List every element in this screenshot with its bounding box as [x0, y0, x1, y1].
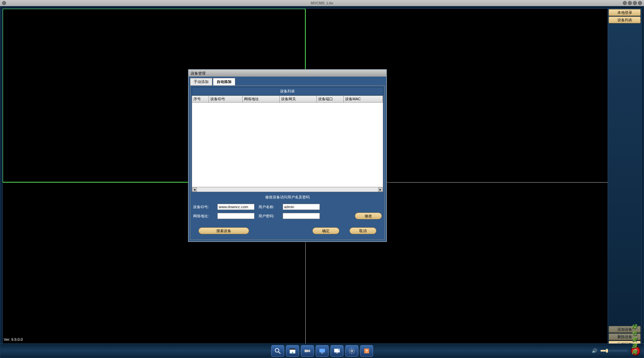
device-list-table: 序号 设备ID号 网络地址 设备网关 设备端口 设备MAC ◄ ►: [192, 95, 383, 192]
password-label: 用户密码:: [258, 214, 279, 219]
volume-slider[interactable]: [601, 350, 627, 352]
svg-rect-8: [321, 353, 323, 353]
svg-rect-11: [336, 353, 338, 353]
col-port[interactable]: 设备端口: [317, 96, 344, 102]
device-list-body[interactable]: [192, 103, 383, 187]
maximize-button[interactable]: [628, 1, 632, 5]
col-seq[interactable]: 序号: [192, 96, 209, 102]
svg-point-0: [275, 348, 279, 352]
minimize-button[interactable]: [623, 1, 627, 5]
local-login-button[interactable]: 本地登录: [609, 9, 641, 16]
horizontal-scrollbar[interactable]: ◄ ►: [192, 187, 383, 192]
col-addr[interactable]: 网络地址: [243, 96, 280, 102]
col-id[interactable]: 设备ID号: [209, 96, 243, 102]
svg-rect-7: [319, 349, 325, 352]
cancel-button[interactable]: 取消: [349, 227, 376, 234]
scroll-left-icon[interactable]: ◄: [192, 188, 197, 192]
help-tool-button[interactable]: ?: [360, 345, 373, 357]
device-list-button[interactable]: 设备列表: [609, 17, 641, 23]
speaker-icon[interactable]: 🔊: [592, 348, 597, 353]
bottom-toolbar: ? 🔊 绿色资源网: [0, 343, 644, 358]
version-label: Ver: 9.9.0.0: [4, 337, 23, 341]
svg-line-1: [278, 352, 280, 354]
dialog-title[interactable]: 设备管理: [189, 70, 386, 77]
display-tool-button[interactable]: [331, 345, 343, 357]
watermark-text: 绿色资源网: [632, 324, 637, 356]
svg-point-12: [351, 350, 353, 352]
device-id-label: 设备ID号:: [193, 204, 213, 210]
col-gateway[interactable]: 设备网关: [280, 96, 317, 102]
clapper-tool-button[interactable]: [286, 345, 299, 357]
device-manage-dialog: 设备管理 手动添加 自动添加 设备列表 序号 设备ID号 网络地址 设备网关 设…: [188, 69, 387, 242]
ok-button[interactable]: 确定: [312, 227, 339, 234]
tab-auto-add[interactable]: 自动添加: [213, 78, 235, 85]
scroll-right-icon[interactable]: ►: [378, 188, 383, 192]
svg-rect-3: [289, 348, 295, 350]
svg-point-10: [338, 349, 339, 350]
username-input[interactable]: [283, 204, 320, 210]
camera-tool-button[interactable]: [301, 345, 314, 357]
modify-credentials-header: 修改设备访问用户名及密码: [192, 193, 383, 201]
modify-button[interactable]: 修改: [355, 213, 382, 219]
titlebar-menu-icon[interactable]: [2, 1, 6, 5]
window-title: MVCMS_Lite: [311, 1, 333, 5]
tab-manual-add[interactable]: 手动添加: [190, 78, 212, 85]
device-id-input[interactable]: [217, 204, 254, 210]
col-mac[interactable]: 设备MAC: [344, 96, 383, 102]
restore-button[interactable]: [633, 1, 637, 5]
search-tool-button[interactable]: [271, 345, 284, 357]
username-label: 用户名称:: [258, 204, 279, 210]
settings-tool-button[interactable]: [345, 345, 358, 357]
monitor-tool-button[interactable]: [316, 345, 329, 357]
password-input[interactable]: [283, 213, 320, 219]
svg-rect-5: [304, 350, 308, 352]
os-titlebar: MVCMS_Lite: [0, 0, 644, 6]
device-list-header: 设备列表: [192, 87, 383, 95]
net-addr-label: 网络地址:: [193, 214, 213, 219]
right-sidebar: 本地登录 设备列表 添加设备 删除设备 远程回放 远程云台控制: [608, 9, 641, 355]
svg-text:?: ?: [365, 348, 368, 353]
close-button[interactable]: [638, 1, 642, 5]
search-device-button[interactable]: 搜索设备: [198, 227, 249, 234]
net-addr-input[interactable]: [217, 213, 254, 219]
svg-marker-6: [308, 349, 310, 352]
